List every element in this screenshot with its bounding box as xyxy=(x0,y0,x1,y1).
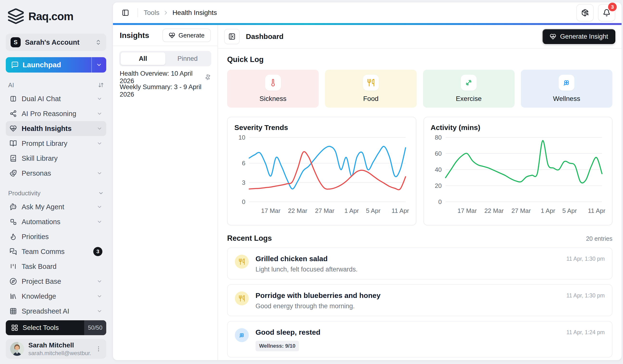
log-timestamp: 11 Apr, 1:30 pm xyxy=(567,256,605,262)
chart-title: Activity (mins) xyxy=(431,124,605,132)
sidebar-item-ask-my-agent[interactable]: Ask My Agent xyxy=(6,199,106,214)
columns-2-icon xyxy=(10,95,17,102)
account-name: Sarah's Account xyxy=(25,39,91,46)
dashboard-scroll-area[interactable]: Quick Log SicknessFoodExerciseWellness S… xyxy=(218,48,622,360)
tab-pinned[interactable]: Pinned xyxy=(165,52,210,65)
log-description: Good energy through the morning. xyxy=(255,302,567,310)
masks-icon xyxy=(10,170,17,177)
launchpad-expand-button[interactable] xyxy=(91,57,106,73)
insight-item-health-overview-10-april-2026[interactable]: Health Overview: 10 April 2026 xyxy=(120,71,211,84)
quick-log-label: Food xyxy=(363,95,378,103)
layout-grid-icon xyxy=(11,324,18,331)
user-avatar xyxy=(10,342,24,356)
sidebar-item-task-board[interactable]: Task Board xyxy=(6,259,106,274)
brand[interactable]: Raq.com xyxy=(6,7,106,25)
tool-search-button[interactable] xyxy=(576,4,594,21)
nav-section-label: AI xyxy=(8,82,14,89)
log-timestamp: 11 Apr, 1:30 pm xyxy=(567,292,605,299)
sidebar-item-label: Knowledge xyxy=(22,292,92,300)
layout-grid-icon xyxy=(11,324,18,331)
primary-sidebar: Raq.com S Sarah's Account Launchpad AIDu… xyxy=(0,0,112,364)
tab-all[interactable]: All xyxy=(121,52,165,65)
nav-section-header-ai[interactable]: AI xyxy=(6,79,106,91)
sidebar-item-priorities[interactable]: Priorities xyxy=(6,229,106,244)
ellipsis-vertical-icon[interactable] xyxy=(95,345,102,352)
chevron-down-icon xyxy=(97,278,102,284)
chevrons-up-down-icon xyxy=(95,39,101,45)
breadcrumb-tools[interactable]: Tools xyxy=(144,9,159,17)
log-description: Light lunch, felt focused afterwards. xyxy=(255,266,567,273)
chart-title: Severity Trends xyxy=(234,124,409,132)
log-timestamp: 11 Apr, 1:24 pm xyxy=(567,329,605,336)
insight-item-label: Health Overview: 10 April 2026 xyxy=(120,70,205,85)
chevron-down-icon xyxy=(97,126,102,131)
chart-card-activity-mins: Activity (mins)02040608017 Mar22 Mar27 M… xyxy=(423,117,613,225)
nav-section-header-productivity[interactable]: Productivity xyxy=(6,187,106,199)
log-entry-porridge-with-blueberries-and-honey: Porridge with blueberries and honeyGood … xyxy=(227,284,612,316)
heart-pulse-icon xyxy=(10,125,17,132)
series-activity-green xyxy=(445,141,602,183)
generate-button[interactable]: Generate xyxy=(162,29,211,42)
workflow-icon xyxy=(10,218,17,225)
sidebar-item-label: AI Pro Reasoning xyxy=(22,110,92,118)
sidebar-item-dual-ai-chat[interactable]: Dual AI Chat xyxy=(6,91,106,106)
notifications-button[interactable]: 3 xyxy=(598,4,615,21)
insights-tabs: All Pinned xyxy=(119,51,211,66)
sidebar-item-project-base[interactable]: Project Base xyxy=(6,274,106,289)
sidebar-item-ai-pro-reasoning[interactable]: AI Pro Reasoning xyxy=(6,106,106,121)
svg-text:80: 80 xyxy=(435,134,442,141)
sidebar-item-skill-library[interactable]: Skill Library xyxy=(6,151,106,166)
clover-icon xyxy=(562,79,571,87)
chevron-right-icon xyxy=(163,10,169,16)
sidebar-item-knowledge[interactable]: Knowledge xyxy=(6,289,106,304)
utensils-icon xyxy=(238,258,245,265)
collapse-panel-button[interactable] xyxy=(224,29,240,44)
quick-log-card-food[interactable]: Food xyxy=(325,70,417,108)
quick-log-card-exercise[interactable]: Exercise xyxy=(423,70,515,108)
user-meta: Sarah Mitchell sarah.mitchell@westbur... xyxy=(28,342,91,357)
dashboard-panel: Dashboard Generate Insight Quick Log Sic… xyxy=(218,25,622,360)
account-switcher[interactable]: S Sarah's Account xyxy=(6,34,106,51)
clover-icon xyxy=(238,332,245,339)
launchpad-button[interactable]: Launchpad xyxy=(6,57,106,73)
chevron-down-icon xyxy=(97,219,102,225)
chevron-down-icon xyxy=(96,62,102,68)
severity-trends-chart: 0361017 Mar22 Mar27 Mar1 Apr5 Apr11 Apr xyxy=(234,133,409,216)
sidebar-item-health-insights[interactable]: Health Insights xyxy=(6,121,106,136)
quick-log-title: Quick Log xyxy=(227,55,612,64)
sidebar-item-personas[interactable]: Personas xyxy=(6,166,106,181)
app-window: Tools Health Insights 3 Insights Generat xyxy=(113,2,622,360)
page-title: Dashboard xyxy=(246,32,284,41)
insight-item-label: Weekly Summary: 3 - 9 April 2026 xyxy=(120,83,211,98)
dumbbell-icon xyxy=(465,79,473,87)
flame-icon xyxy=(10,233,17,240)
sidebar-item-prompt-library[interactable]: Prompt Library xyxy=(6,136,106,151)
log-title: Grilled chicken salad xyxy=(255,255,567,263)
quick-log-card-wellness[interactable]: Wellness xyxy=(521,70,612,108)
toggle-sidebar-button[interactable] xyxy=(119,6,132,19)
quick-log-tile xyxy=(558,75,575,91)
user-profile[interactable]: Sarah Mitchell sarah.mitchell@westbur... xyxy=(6,339,106,359)
select-tools-button[interactable]: Select Tools 50/50 xyxy=(6,320,106,335)
notification-count-badge: 3 xyxy=(608,3,617,11)
generate-label: Generate xyxy=(178,32,204,39)
generate-insight-button[interactable]: Generate Insight xyxy=(542,29,615,44)
svg-text:1 Apr: 1 Apr xyxy=(541,207,555,214)
sidebar-item-label: Ask My Agent xyxy=(22,203,92,211)
quick-log-card-sickness[interactable]: Sickness xyxy=(227,70,319,108)
sidebar-item-label: Team Comms xyxy=(22,248,89,256)
topbar: Tools Health Insights 3 xyxy=(113,2,622,23)
user-photo xyxy=(10,342,24,356)
launchpad-main[interactable]: Launchpad xyxy=(6,57,91,73)
sidebar-item-team-comms[interactable]: Team Comms3 xyxy=(6,244,106,259)
table-icon xyxy=(10,308,17,315)
charts-row: Severity Trends0361017 Mar22 Mar27 Mar1 … xyxy=(227,117,612,225)
chevron-down-icon xyxy=(97,141,102,146)
user-name: Sarah Mitchell xyxy=(28,342,91,349)
health-insights-app: Raq.com S Sarah's Account Launchpad AIDu… xyxy=(0,0,623,364)
sidebar-item-automations[interactable]: Automations xyxy=(6,214,106,229)
sidebar-item-spreadsheet-ai[interactable]: Spreadsheet AI xyxy=(6,304,106,319)
entries-count: 20 entries xyxy=(586,235,612,242)
insight-item-weekly-summary-3-9-april-2026[interactable]: Weekly Summary: 3 - 9 April 2026 xyxy=(120,84,211,98)
sidebar-nav: AIDual AI ChatAI Pro ReasoningHealth Ins… xyxy=(6,79,106,320)
